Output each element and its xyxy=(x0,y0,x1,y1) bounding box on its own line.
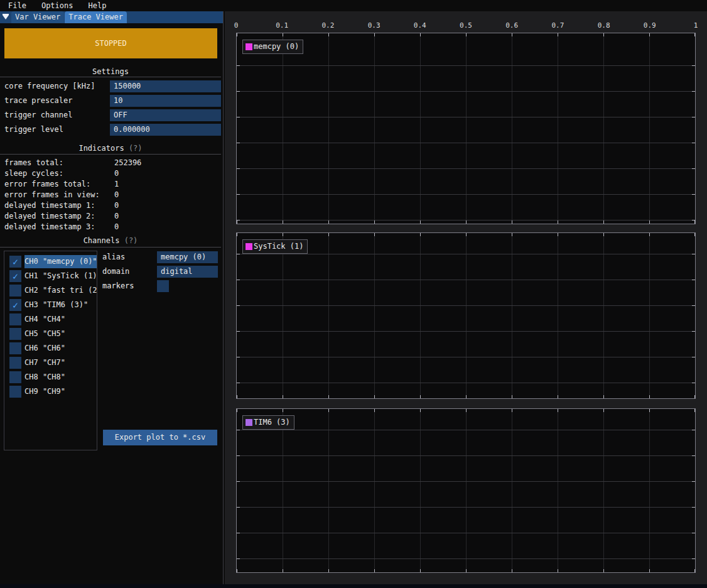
channel-checkbox[interactable] xyxy=(9,342,21,354)
tab-var-viewer[interactable]: Var Viewer xyxy=(11,11,64,23)
channel-label[interactable]: CH1 "SysTick (1)" xyxy=(24,270,97,283)
domain-label: domain xyxy=(102,266,129,278)
legend-memcpy[interactable]: memcpy (0) xyxy=(242,40,303,54)
indicator-label: error frames total: xyxy=(4,179,90,190)
channel-checkbox[interactable] xyxy=(9,357,21,369)
x-tick-label: 0.9 xyxy=(644,21,656,31)
plot-memcpy[interactable]: memcpy (0) xyxy=(236,33,696,224)
legend-label: memcpy (0) xyxy=(254,43,299,51)
channel-row-ch1[interactable]: ✓ CH1 "SysTick (1)" xyxy=(4,269,97,283)
legend-label: SysTick (1) xyxy=(254,242,303,251)
channel-checkbox[interactable]: ✓ xyxy=(9,256,21,268)
indicator-value: 0 xyxy=(114,200,119,211)
indicator-value: 0 xyxy=(114,222,119,232)
core-frequency-input[interactable]: 150000 xyxy=(110,80,221,92)
x-tick-label: 0.5 xyxy=(460,21,472,31)
channel-checkbox[interactable] xyxy=(9,285,21,297)
menu-file[interactable]: File xyxy=(6,0,28,11)
channels-help-icon[interactable]: (?) xyxy=(124,236,138,245)
plot-systick[interactable]: SysTick (1) xyxy=(236,232,696,399)
checkmark-icon: ✓ xyxy=(13,256,18,268)
indicators-help-icon[interactable]: (?) xyxy=(129,144,143,153)
channel-label[interactable]: CH7 "CH7" xyxy=(24,356,97,369)
channel-label[interactable]: CH5 "CH5" xyxy=(24,327,97,340)
alias-label: alias xyxy=(102,251,125,263)
channel-row-ch3[interactable]: ✓ CH3 "TIM6 (3)" xyxy=(4,298,97,312)
indicators-title: Indicators (?) xyxy=(0,144,221,153)
x-tick-label: 0.7 xyxy=(551,21,564,31)
control-sidebar: STOPPED Settings core frequency [kHz] 15… xyxy=(0,24,221,584)
trace-plots-panel: 0 0.1 0.2 0.3 0.4 0.5 0.6 0.7 0.8 0.9 1 … xyxy=(225,11,707,584)
channel-label[interactable]: CH3 "TIM6 (3)" xyxy=(24,298,97,312)
indicator-label: sleep cycles: xyxy=(4,168,63,179)
channel-row-ch0[interactable]: ✓ CH0 "memcpy (0)" xyxy=(4,254,97,269)
x-tick-label: 0.1 xyxy=(276,21,288,31)
channel-row-ch2[interactable]: CH2 "fast tri (2)" xyxy=(4,283,97,298)
channel-checkbox[interactable]: ✓ xyxy=(9,299,21,311)
channel-checkbox[interactable]: ✓ xyxy=(9,270,21,282)
markers-label: markers xyxy=(102,280,134,292)
channel-checkbox[interactable] xyxy=(9,328,21,340)
indicator-label: delayed timestamp 1: xyxy=(4,200,95,211)
x-tick-label: 0 xyxy=(234,21,239,31)
series-swatch-icon xyxy=(246,243,252,250)
channel-row-ch5[interactable]: CH5 "CH5" xyxy=(4,327,97,341)
trigger-level-input[interactable]: 0.000000 xyxy=(110,124,221,136)
legend-systick[interactable]: SysTick (1) xyxy=(242,239,308,254)
checkmark-icon: ✓ xyxy=(13,271,18,282)
channel-checkbox[interactable] xyxy=(9,386,21,398)
channel-label[interactable]: CH0 "memcpy (0)" xyxy=(24,255,97,268)
app-window: File Options Help Var Viewer Trace Viewe… xyxy=(0,0,707,588)
channels-title-text: Channels xyxy=(84,236,120,245)
x-axis: 0 0.1 0.2 0.3 0.4 0.5 0.6 0.7 0.8 0.9 1 xyxy=(236,21,696,31)
channel-checkbox[interactable] xyxy=(9,371,21,383)
x-tick-label: 0.4 xyxy=(414,21,426,31)
channels-title: Channels (?) xyxy=(0,236,221,245)
trigger-channel-select[interactable]: OFF xyxy=(110,109,221,121)
separator xyxy=(0,247,221,248)
x-tick-label: 0.6 xyxy=(505,21,518,31)
x-tick-label: 0.8 xyxy=(598,21,610,31)
indicator-value: 0 xyxy=(114,168,119,179)
menu-help[interactable]: Help xyxy=(86,0,108,11)
channel-row-ch8[interactable]: CH8 "CH8" xyxy=(4,370,97,384)
channel-label[interactable]: CH8 "CH8" xyxy=(24,371,97,384)
window-menu-button[interactable] xyxy=(0,11,11,23)
channel-row-ch4[interactable]: CH4 "CH4" xyxy=(4,312,97,327)
plot-canvas[interactable] xyxy=(237,409,695,572)
alias-input[interactable]: memcpy (0) xyxy=(157,251,218,263)
series-swatch-icon xyxy=(246,419,252,426)
series-swatch-icon xyxy=(246,43,252,50)
channel-row-ch7[interactable]: CH7 "CH7" xyxy=(4,356,97,370)
indicator-label: delayed timestamp 3: xyxy=(4,222,95,232)
tab-trace-viewer[interactable]: Trace Viewer xyxy=(65,11,127,23)
legend-tim6[interactable]: TIM6 (3) xyxy=(242,415,294,430)
channel-row-ch9[interactable]: CH9 "CH9" xyxy=(4,384,97,399)
trigger-level-label: trigger level xyxy=(4,124,63,136)
channel-label[interactable]: CH4 "CH4" xyxy=(24,313,97,326)
tab-bar: Var Viewer Trace Viewer xyxy=(0,11,224,23)
export-csv-button[interactable]: Export plot to *.csv xyxy=(103,430,217,445)
channel-row-ch6[interactable]: CH6 "CH6" xyxy=(4,341,97,356)
legend-label: TIM6 (3) xyxy=(254,418,290,427)
acquisition-state-button[interactable]: STOPPED xyxy=(4,28,217,58)
markers-checkbox[interactable] xyxy=(157,280,169,292)
trace-prescaler-input[interactable]: 10 xyxy=(110,95,221,107)
channel-label[interactable]: CH6 "CH6" xyxy=(24,342,97,355)
indicator-value: 0 xyxy=(114,190,119,200)
channel-label[interactable]: CH2 "fast tri (2)" xyxy=(24,284,97,297)
channel-label[interactable]: CH9 "CH9" xyxy=(24,385,97,398)
indicator-value: 1 xyxy=(114,179,119,190)
plot-canvas[interactable] xyxy=(237,33,695,224)
x-tick-label: 0.2 xyxy=(321,21,334,31)
plot-tim6[interactable]: TIM6 (3) xyxy=(236,408,696,573)
indicator-label: frames total: xyxy=(4,158,63,168)
indicator-label: delayed timestamp 2: xyxy=(4,211,95,222)
panel-divider[interactable] xyxy=(223,11,224,584)
menu-options[interactable]: Options xyxy=(40,0,75,11)
plot-canvas[interactable] xyxy=(237,233,695,398)
chevron-down-icon xyxy=(3,15,9,19)
channel-checkbox[interactable] xyxy=(9,313,21,325)
trace-prescaler-label: trace prescaler xyxy=(4,95,72,107)
domain-select[interactable]: digital xyxy=(157,266,218,278)
